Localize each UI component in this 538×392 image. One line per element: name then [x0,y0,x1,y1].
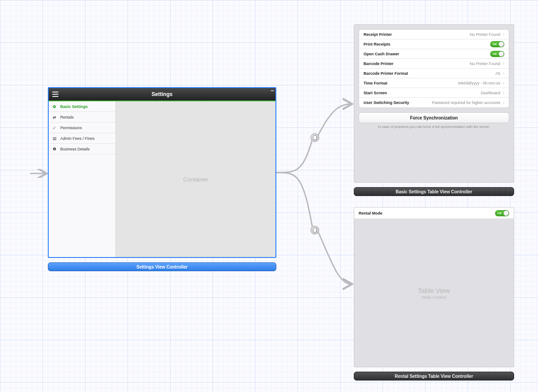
sidebar-item-business-details[interactable]: ❶ Business Details [49,144,116,154]
sidebar-item-permissions[interactable]: ✓ Permissions [49,123,116,133]
cell-label: Rental Mode [359,211,383,215]
table-empty-area [354,131,514,179]
sidebar-item-label: Business Details [60,147,90,151]
placeholder-title: Table View [418,287,450,294]
row-time-format[interactable]: Time Format MM/dd/yyyy - hh:mm:ss › [359,78,509,88]
sidebar-item-label: Admin Fees / Fines [60,136,95,141]
cell-label: Print Receipts [364,42,391,46]
cell-value: Dashboard [481,91,500,95]
list-icon: ▤ [52,136,57,141]
sidebar-item-admin-fees[interactable]: ▤ Admin Fees / Fines [49,133,116,144]
incoming-segue-arrow [30,169,50,178]
scene-label-basic-settings[interactable]: Basic Settings Table View Controller [354,187,514,196]
settings-canvas[interactable]: Settings ▬ ✿ Basic Settings ⇄ Rentals ✓ … [48,87,276,258]
toggle-rental-mode[interactable]: ON [495,210,509,216]
sidebar-item-rentals[interactable]: ⇄ Rentals [49,112,116,123]
row-open-cash-drawer: Open Cash Drawer ON [359,49,509,59]
cell-label: Time Format [364,81,387,85]
chevron-right-icon: › [503,90,504,95]
chevron-right-icon: › [503,71,504,76]
info-icon: ❶ [52,147,57,151]
rental-settings-scene: Rental Mode ON Table View Static Content… [354,207,514,380]
chevron-right-icon: › [503,81,504,85]
basic-settings-canvas[interactable]: Receipt Printer No Printer Found › Print… [354,24,514,183]
toggle-print-receipts[interactable]: ON [490,41,504,47]
cell-value: No Printer Found [470,32,500,37]
settings-title: Settings [151,91,172,97]
sidebar-item-label: Rentals [60,115,74,119]
row-receipt-printer[interactable]: Receipt Printer No Printer Found › [359,30,509,39]
sidebar-item-label: Basic Settings [60,104,88,109]
hamburger-icon[interactable] [52,92,58,97]
chevron-right-icon: › [503,61,504,66]
chevron-right-icon: › [503,100,504,105]
force-sync-label: Force Synchronization [410,115,458,120]
placeholder-subtitle: Static Content [422,295,447,300]
cell-label: Barcode Printer [364,61,394,66]
cell-label: User Switching Security [364,100,409,105]
cell-label: Start Screen [364,91,387,95]
settings-navbar: Settings ▬ [49,88,275,101]
force-sync-button[interactable]: Force Synchronization [359,112,509,123]
settings-sidebar: ✿ Basic Settings ⇄ Rentals ✓ Permissions… [49,101,116,257]
embed-segue-icon[interactable] [310,226,319,234]
table-view-placeholder: Table View Static Content [354,219,514,367]
row-start-screen[interactable]: Start Screen Dashboard › [359,88,509,98]
sidebar-item-basic-settings[interactable]: ✿ Basic Settings [49,101,116,112]
cell-value: Password required for higher accounts [432,100,500,105]
row-barcode-printer-format[interactable]: Barcode Printer Format A5 › [359,69,509,78]
sidebar-item-label: Permissions [60,126,82,130]
rental-settings-canvas[interactable]: Rental Mode ON Table View Static Content [354,207,514,367]
row-user-switching-security[interactable]: User Switching Security Password require… [359,98,509,108]
embed-segue-icon[interactable] [310,133,319,142]
cell-label: Barcode Printer Format [364,71,408,76]
gear-icon: ✿ [52,104,57,109]
row-print-receipts: Print Receipts ON [359,39,509,49]
cell-label: Open Cash Drawer [364,52,399,56]
check-icon: ✓ [52,126,57,130]
scene-label-settings[interactable]: Settings View Controller [48,262,276,271]
chevron-right-icon: › [503,32,504,37]
segue-connectors [276,24,356,299]
basic-settings-table: Receipt Printer No Printer Found › Print… [359,29,509,108]
toggle-open-cash-drawer[interactable]: ON [490,51,504,57]
sync-footer-note: In case of problems you can force a full… [361,125,507,129]
settings-view-controller-scene: Settings ▬ ✿ Basic Settings ⇄ Rentals ✓ … [48,87,276,271]
status-bar-icon: ▬ [271,89,274,92]
container-view[interactable]: Container [116,101,275,257]
cell-label: Receipt Printer [364,32,392,37]
shuffle-icon: ⇄ [52,115,57,119]
row-rental-mode: Rental Mode ON [354,208,514,219]
cell-value: MM/dd/yyyy - hh:mm:ss [458,81,500,85]
cell-value: No Printer Found [470,61,500,66]
scene-label-rental-settings[interactable]: Rental Settings Table View Controller [354,372,514,380]
cell-value: A5 [495,71,500,76]
basic-settings-scene: Receipt Printer No Printer Found › Print… [354,24,514,196]
row-barcode-printer[interactable]: Barcode Printer No Printer Found › [359,59,509,69]
container-placeholder-label: Container [183,176,208,183]
